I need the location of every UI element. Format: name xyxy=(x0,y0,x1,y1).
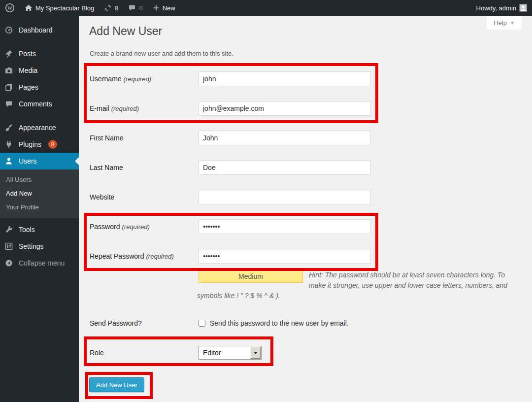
repeat-password-row: Repeat Password(required) xyxy=(79,249,532,264)
password-row: Password(required) xyxy=(79,219,532,234)
paintbrush-icon xyxy=(4,124,14,132)
send-password-checkbox-label: Send this password to the new user by em… xyxy=(210,319,349,327)
website-input[interactable] xyxy=(199,190,371,204)
sidebar-item-media[interactable]: Media xyxy=(0,62,79,79)
comments-icon xyxy=(4,100,14,108)
sidebar-label: Media xyxy=(19,67,37,74)
users-icon xyxy=(4,157,14,165)
wordpress-logo-menu[interactable]: W xyxy=(0,0,20,16)
password-hint: Medium Hint: The password should be at l… xyxy=(197,270,512,301)
email-input[interactable] xyxy=(199,101,371,116)
role-select[interactable]: Editor xyxy=(199,346,262,360)
sidebar-item-collapse-menu[interactable]: Collapse menu xyxy=(0,255,79,271)
site-name-link[interactable]: My Spectacular Blog xyxy=(20,0,99,16)
role-selected-value: Editor xyxy=(199,349,250,357)
first-name-row: First Name xyxy=(79,131,532,145)
pin-icon xyxy=(4,50,14,58)
settings-icon xyxy=(4,242,14,250)
required-note: (required) xyxy=(111,105,139,112)
howdy-text: Howdy, admin xyxy=(476,4,516,12)
plugin-update-badge: 8 xyxy=(48,140,57,149)
last-name-input[interactable] xyxy=(199,160,371,175)
website-label: Website xyxy=(90,190,114,204)
collapse-icon xyxy=(4,259,14,267)
sidebar-label: Settings xyxy=(19,242,44,250)
required-note: (required) xyxy=(146,253,174,260)
plus-icon xyxy=(153,4,160,11)
menu-separator xyxy=(0,112,79,119)
first-name-label: First Name xyxy=(90,131,123,145)
first-name-input[interactable] xyxy=(199,131,371,145)
required-note: (required) xyxy=(124,75,151,83)
role-label: Role xyxy=(90,346,104,360)
sidebar-item-appearance[interactable]: Appearance xyxy=(0,119,79,136)
update-count: 8 xyxy=(115,4,118,12)
role-row: Role xyxy=(79,346,532,360)
admin-bar: W My Spectacular Blog 8 0 New Howdy, adm… xyxy=(0,0,532,16)
sidebar-item-dashboard[interactable]: Dashboard xyxy=(0,22,79,38)
submenu-item-your-profile[interactable]: Your Profile xyxy=(0,201,79,214)
users-submenu: All Users Add New Your Profile xyxy=(0,169,79,218)
sidebar-item-settings[interactable]: Settings xyxy=(0,238,79,255)
active-menu-arrow xyxy=(71,157,79,165)
email-row: E-mail(required) xyxy=(79,101,532,116)
updates-icon xyxy=(104,4,112,12)
password-strength-meter: Medium xyxy=(199,270,303,283)
password-label: Password(required) xyxy=(90,219,150,234)
menu-separator xyxy=(0,38,79,45)
comment-bubble-icon xyxy=(128,4,136,12)
chevron-down-icon: ▼ xyxy=(510,20,515,26)
username-row: Username(required) xyxy=(79,71,532,86)
required-note: (required) xyxy=(122,223,149,231)
sidebar-label: Users xyxy=(19,157,37,165)
sidebar-item-comments[interactable]: Comments xyxy=(0,96,79,112)
sidebar-label: Plugins xyxy=(19,140,41,148)
new-content-menu[interactable]: New xyxy=(148,0,180,16)
sidebar-item-posts[interactable]: Posts xyxy=(0,45,79,62)
pages-icon xyxy=(4,83,14,91)
admin-sidebar: Dashboard Posts Media Pages Comments xyxy=(0,16,79,402)
site-name-label: My Spectacular Blog xyxy=(35,4,94,12)
last-name-label: Last Name xyxy=(90,160,123,175)
repeat-password-input[interactable] xyxy=(199,249,371,264)
repeat-password-label: Repeat Password(required) xyxy=(90,249,174,264)
sidebar-label: Posts xyxy=(19,50,36,58)
username-input[interactable] xyxy=(199,71,371,86)
sidebar-label: Appearance xyxy=(19,124,56,132)
sidebar-label: Collapse menu xyxy=(19,259,65,267)
page-title: Add New User xyxy=(89,25,162,38)
new-label: New xyxy=(163,4,175,12)
sidebar-item-plugins[interactable]: Plugins 8 xyxy=(0,136,79,153)
comment-count: 0 xyxy=(139,4,142,12)
password-input[interactable] xyxy=(199,219,371,234)
avatar xyxy=(519,4,527,12)
help-label: Help xyxy=(494,19,507,27)
wordpress-logo-icon: W xyxy=(5,3,15,13)
add-new-user-button[interactable]: Add New User xyxy=(89,377,144,392)
sidebar-label: Comments xyxy=(19,100,52,108)
plugin-icon xyxy=(4,140,14,148)
send-password-checkbox[interactable] xyxy=(199,320,205,327)
dashboard-icon xyxy=(4,26,14,34)
website-row: Website xyxy=(79,190,532,204)
help-button[interactable]: Help ▼ xyxy=(487,16,522,30)
submenu-item-all-users[interactable]: All Users xyxy=(0,173,79,187)
comments-link[interactable]: 0 xyxy=(123,0,147,16)
media-icon xyxy=(4,67,14,74)
sidebar-label: Tools xyxy=(19,226,35,234)
sidebar-label: Pages xyxy=(19,83,38,91)
sidebar-label: Dashboard xyxy=(19,26,53,34)
main-content: Help ▼ Add New User Create a brand new u… xyxy=(79,16,532,402)
username-label: Username(required) xyxy=(90,71,151,87)
sidebar-item-tools[interactable]: Tools xyxy=(0,221,79,238)
send-password-row: Send Password? Send this password to the… xyxy=(79,318,532,329)
page-subtitle: Create a brand new user and add them to … xyxy=(90,50,233,57)
submenu-item-add-new[interactable]: Add New xyxy=(0,187,79,201)
updates-link[interactable]: 8 xyxy=(99,0,123,16)
sidebar-item-pages[interactable]: Pages xyxy=(0,79,79,96)
send-password-label: Send Password? xyxy=(90,318,142,328)
email-label: E-mail(required) xyxy=(90,101,139,116)
account-menu[interactable]: Howdy, admin xyxy=(471,0,532,16)
dropdown-button[interactable] xyxy=(250,347,261,359)
sidebar-item-users[interactable]: Users xyxy=(0,153,79,169)
